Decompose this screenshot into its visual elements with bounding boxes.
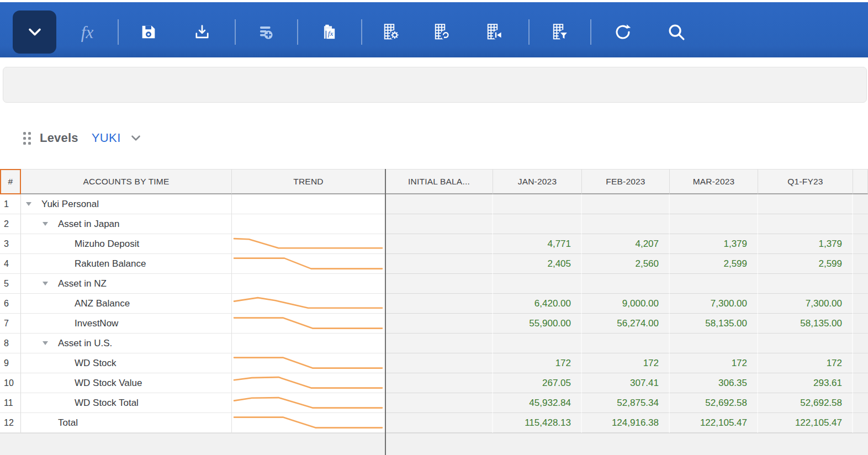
trend-cell[interactable] <box>232 214 385 234</box>
cell-q1fy23[interactable] <box>758 194 853 214</box>
account-cell[interactable]: WD Stock <box>21 353 232 373</box>
cell-mar2023[interactable] <box>670 334 758 353</box>
levels-selector[interactable]: YUKI <box>92 131 143 145</box>
cell-feb2023[interactable] <box>582 334 670 353</box>
cell-q1fy23[interactable]: 122,105.47 <box>758 413 853 433</box>
cell-q1fy23[interactable]: 52,692.58 <box>758 393 853 413</box>
cell-q1fy23[interactable]: 7,300.00 <box>758 294 853 314</box>
cell-mar2023[interactable] <box>670 194 758 214</box>
trend-cell[interactable] <box>232 314 385 334</box>
cell-feb2023[interactable]: 9,000.00 <box>582 294 670 314</box>
cell-feb2023[interactable]: 172 <box>582 353 670 373</box>
cell-initial[interactable] <box>385 353 493 373</box>
cell-q1fy23[interactable]: 2,599 <box>758 254 853 274</box>
cell-initial[interactable] <box>385 234 493 254</box>
cell-q1fy23[interactable]: 1,379 <box>758 234 853 254</box>
cell-initial[interactable] <box>385 393 493 413</box>
account-cell[interactable]: Mizuho Deposit <box>21 234 232 254</box>
trend-cell[interactable] <box>232 373 385 393</box>
cell-feb2023[interactable]: 4,207 <box>582 234 670 254</box>
cell-initial[interactable] <box>385 254 493 274</box>
column-header-mar2023[interactable]: MAR-2023 <box>670 169 758 194</box>
cell-feb2023[interactable]: 56,274.00 <box>582 314 670 334</box>
cell-mar2023[interactable]: 1,379 <box>670 234 758 254</box>
cell-mar2023[interactable]: 306.35 <box>670 373 758 393</box>
cell-jan2023[interactable]: 55,900.00 <box>493 314 582 334</box>
row-number[interactable]: 5 <box>0 274 21 294</box>
row-number[interactable]: 12 <box>0 413 21 433</box>
trend-cell[interactable] <box>232 294 385 314</box>
row-number[interactable]: 8 <box>0 334 21 353</box>
column-header-q1fy23[interactable]: Q1-FY23 <box>758 169 853 194</box>
cell-jan2023[interactable]: 2,405 <box>493 254 582 274</box>
row-number[interactable]: 2 <box>0 214 21 234</box>
column-header-rownum[interactable]: # <box>0 169 21 194</box>
collapse-caret-icon[interactable] <box>43 341 48 345</box>
account-cell[interactable]: Asset in U.S. <box>21 334 232 353</box>
cell-mar2023[interactable]: 7,300.00 <box>670 294 758 314</box>
cell-initial[interactable] <box>385 314 493 334</box>
trend-cell[interactable] <box>232 254 385 274</box>
drag-handle-icon[interactable] <box>23 132 31 145</box>
cell-feb2023[interactable]: 307.41 <box>582 373 670 393</box>
trend-cell[interactable] <box>232 353 385 373</box>
collapse-caret-icon[interactable] <box>26 202 31 206</box>
cell-initial[interactable] <box>385 294 493 314</box>
column-header-trend[interactable]: TREND <box>232 169 385 194</box>
grid-settings-icon[interactable] <box>378 19 404 45</box>
trend-cell[interactable] <box>232 334 385 353</box>
trend-cell[interactable] <box>232 234 385 254</box>
account-cell[interactable]: Rakuten Balance <box>21 254 232 274</box>
cell-q1fy23[interactable] <box>758 274 853 294</box>
cell-q1fy23[interactable]: 172 <box>758 353 853 373</box>
cell-jan2023[interactable]: 4,771 <box>493 234 582 254</box>
cell-mar2023[interactable] <box>670 274 758 294</box>
account-cell[interactable]: ANZ Balance <box>21 294 232 314</box>
row-number[interactable]: 4 <box>0 254 21 274</box>
collapse-caret-icon[interactable] <box>43 222 48 226</box>
cell-feb2023[interactable] <box>582 194 670 214</box>
account-cell[interactable]: Asset in Japan <box>21 214 232 234</box>
cell-feb2023[interactable]: 52,875.34 <box>582 393 670 413</box>
add-rows-icon[interactable] <box>252 19 279 45</box>
grid-filter-icon[interactable] <box>547 19 573 45</box>
row-number[interactable]: 9 <box>0 353 21 373</box>
cell-initial[interactable] <box>385 334 493 353</box>
account-cell[interactable]: WD Stock Total <box>21 393 232 413</box>
menu-button[interactable] <box>13 10 56 54</box>
cell-initial[interactable] <box>385 373 493 393</box>
cell-jan2023[interactable]: 172 <box>493 353 582 373</box>
cell-jan2023[interactable]: 6,420.00 <box>493 294 582 314</box>
column-header-accounts[interactable]: ACCOUNTS BY TIME <box>21 169 232 194</box>
cell-jan2023[interactable] <box>493 214 582 234</box>
trend-cell[interactable] <box>232 194 385 214</box>
cell-jan2023[interactable] <box>493 334 582 353</box>
cell-feb2023[interactable]: 2,560 <box>582 254 670 274</box>
cell-jan2023[interactable] <box>493 274 582 294</box>
grid-refresh-icon[interactable] <box>428 19 455 45</box>
row-number[interactable]: 6 <box>0 294 21 314</box>
account-cell[interactable]: Total <box>21 413 232 433</box>
column-header-jan2023[interactable]: JAN-2023 <box>493 169 582 194</box>
cell-q1fy23[interactable]: 293.61 <box>758 373 853 393</box>
cell-initial[interactable] <box>385 413 493 433</box>
collapse-caret-icon[interactable] <box>43 282 48 285</box>
cell-mar2023[interactable]: 58,135.00 <box>670 314 758 334</box>
cell-q1fy23[interactable]: 58,135.00 <box>758 314 853 334</box>
column-header-initial[interactable]: INITIAL BALA... <box>385 169 493 194</box>
cell-mar2023[interactable] <box>670 214 758 234</box>
formula-bar[interactable] <box>3 67 867 103</box>
cell-jan2023[interactable] <box>493 194 582 214</box>
pane-divider[interactable] <box>385 169 386 455</box>
row-number[interactable]: 7 <box>0 314 21 334</box>
cell-mar2023[interactable]: 2,599 <box>670 254 758 274</box>
row-number[interactable]: 11 <box>0 393 21 413</box>
row-number[interactable]: 3 <box>0 234 21 254</box>
row-number[interactable]: 10 <box>0 373 21 393</box>
account-cell[interactable]: Yuki Personal <box>21 194 232 214</box>
account-cell[interactable]: WD Stock Value <box>21 373 232 393</box>
cell-mar2023[interactable]: 122,105.47 <box>670 413 758 433</box>
trend-cell[interactable] <box>232 393 385 413</box>
cell-mar2023[interactable]: 52,692.58 <box>670 393 758 413</box>
cell-feb2023[interactable] <box>582 214 670 234</box>
